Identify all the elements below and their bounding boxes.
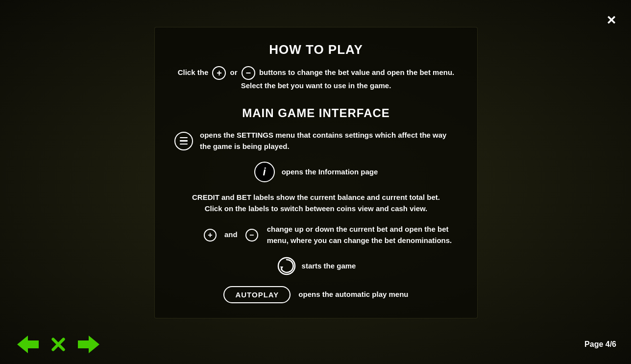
page-indicator: Page 4/6 <box>584 340 616 349</box>
how-to-play-title: HOW TO PLAY <box>174 42 458 57</box>
settings-icon <box>174 132 193 150</box>
svg-marker-2 <box>17 336 39 353</box>
hamburger-line-2 <box>180 140 188 142</box>
click-the-text: Click the <box>178 68 209 76</box>
how-to-play-content: Click the + or − buttons to change the b… <box>174 66 458 92</box>
next-page-button[interactable] <box>75 334 102 355</box>
spin-row: starts the game <box>174 256 458 276</box>
hamburger-icon <box>180 137 188 145</box>
next-arrow-icon <box>78 336 99 353</box>
hamburger-line-1 <box>180 137 188 139</box>
prev-arrow-icon <box>17 336 39 353</box>
svg-marker-5 <box>78 336 99 353</box>
info-row: i opens the Information page <box>174 162 458 182</box>
plus-icon-inline: + <box>212 66 226 80</box>
hamburger-line-3 <box>180 144 188 145</box>
help-panel: HOW TO PLAY Click the + or − buttons to … <box>154 27 478 318</box>
minus-icon-inline: − <box>242 66 255 80</box>
close-button[interactable]: × <box>602 10 621 29</box>
nav-bar: Page 4/6 <box>0 334 631 355</box>
settings-description: opens the SETTINGS menu that contains se… <box>200 130 458 152</box>
spin-icon <box>276 256 297 276</box>
close-nav-icon <box>48 336 69 353</box>
main-game-interface-title: MAIN GAME INTERFACE <box>174 106 458 120</box>
credit-bet-text2: Click on the labels to switch between co… <box>192 203 440 215</box>
autoplay-text: opens the automatic play menu <box>298 289 408 300</box>
autoplay-row: AUTOPLAY opens the automatic play menu <box>174 286 458 303</box>
autoplay-button-display: AUTOPLAY <box>223 286 291 303</box>
credit-bet-row: CREDIT and BET labels show the current b… <box>174 192 458 214</box>
buttons-text: buttons to change the bet value and open… <box>259 68 454 76</box>
nav-arrows <box>15 334 102 355</box>
bet-minus-icon: − <box>245 229 258 242</box>
bet-change-text: change up or down the current bet and op… <box>267 224 458 246</box>
settings-row: opens the SETTINGS menu that contains se… <box>174 130 458 152</box>
select-bet-text: Select the bet you want to use in the ga… <box>174 80 458 92</box>
bet-plus-icon: + <box>204 229 217 242</box>
and-text: and <box>224 229 238 241</box>
or-text: or <box>230 68 238 76</box>
credit-bet-text: CREDIT and BET labels show the current b… <box>192 192 440 203</box>
prev-page-button[interactable] <box>15 334 41 355</box>
spin-text: starts the game <box>302 261 356 272</box>
spin-svg <box>277 257 296 275</box>
info-description: opens the Information page <box>282 167 378 178</box>
close-icon: × <box>607 12 616 27</box>
close-nav-button[interactable] <box>45 334 72 355</box>
info-icon: i <box>254 162 275 182</box>
bet-change-row: + and − change up or down the current be… <box>174 224 458 246</box>
